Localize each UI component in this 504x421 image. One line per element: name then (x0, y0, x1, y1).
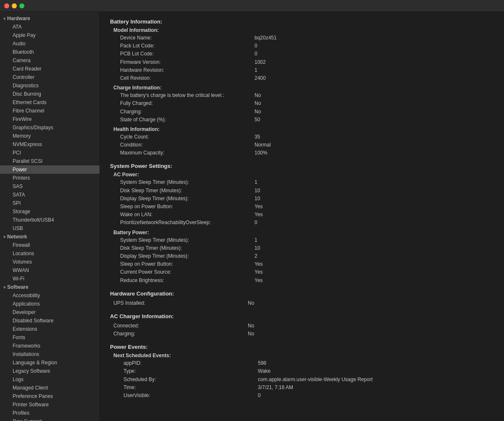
sidebar-item-wi-fi[interactable]: Wi-Fi (0, 275, 100, 283)
window-controls[interactable] (4, 3, 24, 8)
sidebar-item-audio[interactable]: Audio (0, 39, 100, 48)
info-value: 2400 (255, 74, 266, 82)
sidebar-item-raw-support[interactable]: Raw Support (0, 417, 100, 421)
sidebar-item-sas[interactable]: SAS (0, 182, 100, 191)
info-value: 0 (255, 219, 257, 227)
sidebar-item-disabled-software[interactable]: Disabled Software (0, 316, 100, 325)
sidebar-item-bluetooth[interactable]: Bluetooth (0, 48, 100, 56)
info-row: Cycle Count:35 (110, 133, 494, 141)
info-value: 598 (258, 359, 266, 367)
info-value: bq20z451 (255, 34, 277, 42)
info-value: Wake (258, 367, 270, 375)
sidebar-item-ata[interactable]: ATA (0, 23, 100, 31)
sidebar-item-graphics-displays[interactable]: Graphics/Displays (0, 123, 100, 132)
sidebar-group-network[interactable]: ▾Network (0, 233, 100, 241)
info-row: Sleep on Power Button:Yes (110, 203, 494, 211)
sidebar-item-managed-client[interactable]: Managed Client (0, 384, 100, 392)
close-button[interactable] (4, 3, 9, 8)
sidebar-item-printer-software[interactable]: Printer Software (0, 400, 100, 409)
info-row: Type:Wake (110, 367, 494, 375)
info-row: Scheduled By:com.apple.alarm.user-visibl… (110, 376, 494, 384)
info-value: No (248, 322, 254, 330)
info-row: PCB Lot Code:0 (110, 50, 494, 58)
sidebar-item-memory[interactable]: Memory (0, 132, 100, 140)
section-header-4: Power Events: (110, 344, 494, 350)
info-row: Display Sleep Timer (Minutes):10 (110, 195, 494, 203)
sidebar-item-volumes[interactable]: Volumes (0, 258, 100, 266)
info-label: Fully Charged: (120, 99, 255, 107)
sidebar-item-extensions[interactable]: Extensions (0, 325, 100, 333)
sidebar-item-sata[interactable]: SATA (0, 191, 100, 199)
sidebar-item-profiles[interactable]: Profiles (0, 409, 100, 417)
minimize-button[interactable] (12, 3, 17, 8)
maximize-button[interactable] (19, 3, 24, 8)
info-value: No (255, 92, 261, 99)
sidebar-item-power[interactable]: Power (0, 165, 100, 174)
sidebar-item-preference-panes[interactable]: Preference Panes (0, 392, 100, 400)
sidebar-item-applications[interactable]: Applications (0, 300, 100, 308)
sidebar-item-printers[interactable]: Printers (0, 174, 100, 182)
info-row: Fully Charged:No (110, 99, 494, 107)
info-label: Charging: (113, 330, 248, 338)
sidebar-item-pci[interactable]: PCI (0, 149, 100, 157)
chevron-icon: ▾ (3, 235, 5, 239)
info-value: Yes (255, 268, 263, 276)
sidebar-item-storage[interactable]: Storage (0, 207, 100, 216)
sidebar-item-firewire[interactable]: FireWire (0, 115, 100, 123)
info-label: appPID: (123, 359, 258, 367)
info-value: Yes (255, 277, 263, 285)
title-bar (0, 0, 504, 12)
info-value: 1 (255, 66, 257, 74)
info-value: Yes (255, 211, 263, 219)
sidebar-item-accessibility[interactable]: Accessibility (0, 291, 100, 300)
info-row: Maximum Capacity:100% (110, 149, 494, 157)
sidebar-group-software[interactable]: ▾Software (0, 283, 100, 291)
sidebar-item-controller[interactable]: Controller (0, 73, 100, 81)
info-row: Sleep on Power Button:Yes (110, 260, 494, 268)
sidebar-item-usb[interactable]: USB (0, 224, 100, 233)
sidebar-item-locations[interactable]: Locations (0, 249, 100, 258)
info-row: Current Power Source:Yes (110, 268, 494, 276)
sidebar-item-firewall[interactable]: Firewall (0, 241, 100, 249)
sidebar-item-frameworks[interactable]: Frameworks (0, 342, 100, 350)
info-label: Condition: (120, 141, 255, 149)
info-value: Yes (255, 203, 263, 211)
sidebar-item-disc-burning[interactable]: Disc Burning (0, 90, 100, 98)
info-label: State of Charge (%): (120, 116, 255, 124)
info-label: UserVisible: (123, 392, 258, 400)
info-label: Disk Sleep Timer (Minutes): (120, 244, 255, 252)
info-value: 2 (255, 252, 257, 260)
info-label: Current Power Source: (120, 268, 255, 276)
sidebar-item-language---region[interactable]: Language & Region (0, 358, 100, 367)
sidebar-item-logs[interactable]: Logs (0, 375, 100, 384)
info-value: 1 (255, 236, 257, 244)
sidebar-item-ethernet-cards[interactable]: Ethernet Cards (0, 98, 100, 107)
sidebar-item-fonts[interactable]: Fonts (0, 333, 100, 342)
section-header-2: Hardware Configuration: (110, 290, 494, 297)
sidebar-item-camera[interactable]: Camera (0, 56, 100, 65)
sidebar-group-label: Network (7, 234, 27, 240)
sidebar-item-parallel-scsi[interactable]: Parallel SCSI (0, 157, 100, 165)
subsection-header-1-1: Battery Power: (110, 230, 494, 235)
sidebar-item-fibre-channel[interactable]: Fibre Channel (0, 107, 100, 115)
sidebar-item-spi[interactable]: SPI (0, 199, 100, 207)
sidebar-item-thunderbolt-usb4[interactable]: Thunderbolt/USB4 (0, 216, 100, 224)
info-value: 0 (255, 42, 257, 50)
info-label: Scheduled By: (123, 376, 258, 384)
sidebar-item-diagnostics[interactable]: Diagnostics (0, 81, 100, 90)
sidebar-item-installations[interactable]: Installations (0, 350, 100, 358)
sidebar[interactable]: ▾HardwareATAApple PayAudioBluetoothCamer… (0, 12, 100, 421)
sidebar-item-legacy-software[interactable]: Legacy Software (0, 367, 100, 375)
info-value: 1 (255, 178, 257, 186)
info-value: Normal (255, 141, 271, 149)
sidebar-item-apple-pay[interactable]: Apple Pay (0, 31, 100, 39)
sidebar-item-nvmexpress[interactable]: NVMExpress (0, 140, 100, 149)
sidebar-item-developer[interactable]: Developer (0, 308, 100, 316)
sidebar-item-card-reader[interactable]: Card Reader (0, 65, 100, 73)
info-label: Cycle Count: (120, 133, 255, 141)
info-label: Reduce Brightness: (120, 277, 255, 285)
info-value: Yes (255, 260, 263, 268)
info-value: 0 (258, 392, 261, 400)
sidebar-group-hardware[interactable]: ▾Hardware (0, 14, 100, 23)
sidebar-item-wwan[interactable]: WWAN (0, 266, 100, 275)
